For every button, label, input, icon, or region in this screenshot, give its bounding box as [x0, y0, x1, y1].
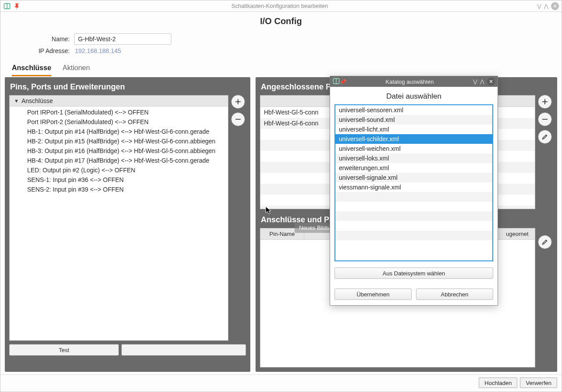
tree-item[interactable]: SENS-2: Input pin #39 <--> OFFEN — [10, 185, 228, 194]
file-row[interactable]: viessmann-signale.xml — [335, 182, 492, 192]
form-area: Name: IP Adresse: 192.168.188.145 — [0, 29, 562, 61]
file-list[interactable]: universell-sensoren.xmluniversell-sound.… — [334, 104, 493, 261]
catalog-dialog: 📌 Katalog auswählen ⋁ ⋀ ✕ Datei auswähle… — [330, 76, 498, 306]
tree-item[interactable]: LED: Output pin #2 (Logic) <--> OFFEN — [10, 165, 228, 175]
ip-label: IP Adresse: — [9, 47, 74, 54]
add-pin-button[interactable] — [231, 95, 245, 109]
tree-item[interactable]: SENS-1: Input pin #36 <--> OFFEN — [10, 175, 228, 185]
file-row[interactable]: universell-loks.xml — [335, 153, 492, 163]
page-heading: I/O Config — [0, 12, 562, 29]
test-button[interactable]: Test — [9, 344, 119, 356]
tree-item[interactable]: Port IRPort-2 (SerialModulated) <--> OFF… — [10, 117, 228, 127]
name-label: Name: — [9, 36, 74, 43]
tree-item[interactable]: HB-3: Output pin #16 (HalfBridge) <--> H… — [10, 146, 228, 156]
discard-button[interactable]: Verwerfen — [520, 378, 557, 388]
add-device-button[interactable] — [538, 95, 552, 109]
file-row[interactable]: universell-sensoren.xml — [335, 105, 492, 115]
file-row[interactable]: erweiterungen.xml — [335, 163, 492, 173]
dialog-min-icon[interactable]: ⋁ — [473, 78, 477, 85]
dialog-close-icon[interactable]: ✕ — [487, 78, 495, 86]
dialog-heading: Datei auswählen — [334, 92, 493, 101]
window-title: Schaltkasten-Konfiguration bearbeiten — [22, 3, 537, 9]
dialog-app-icon — [333, 78, 340, 86]
file-row[interactable]: universell-schilder.xml — [335, 134, 492, 144]
left-panel-title: Pins, Ports und Erweiterungen — [10, 82, 246, 92]
tree-item[interactable]: HB-1: Output pin #14 (HalfBridge) <--> H… — [10, 127, 228, 136]
ip-value: 192.168.188.145 — [74, 47, 121, 54]
minimize-icon[interactable]: ⋁ — [537, 3, 541, 9]
dialog-cancel-button[interactable]: Abbrechen — [416, 289, 493, 300]
tree-item[interactable]: HB-2: Output pin #15 (HalfBridge) <--> H… — [10, 136, 228, 146]
tree-item[interactable]: Port IRPort-1 (SerialModulated) <--> OFF… — [10, 107, 228, 117]
param-col-assigned: ugeornet — [500, 228, 535, 239]
tree-item[interactable]: HB-4: Output pin #17 (HalfBridge) <--> H… — [10, 156, 228, 165]
left-secondary-button[interactable] — [121, 344, 246, 356]
edit-param-button[interactable] — [538, 235, 552, 249]
file-row — [335, 202, 492, 211]
file-row[interactable]: universell-weichen.xml — [335, 144, 492, 153]
file-row — [335, 211, 492, 221]
dialog-title: Katalog auswählen — [346, 78, 473, 85]
main-titlebar: 📌 Schaltkasten-Konfiguration bearbeiten … — [0, 0, 562, 12]
tab-actions[interactable]: Aktionen — [63, 61, 90, 76]
dialog-titlebar: 📌 Katalog auswählen ⋁ ⋀ ✕ — [330, 76, 498, 87]
close-icon[interactable]: ✕ — [551, 2, 559, 10]
file-row — [335, 221, 492, 231]
file-row — [335, 231, 492, 240]
footer: Hochladen Verwerfen — [0, 374, 562, 392]
dialog-pin-icon[interactable]: 📌 — [340, 78, 346, 85]
remove-device-button[interactable] — [538, 112, 552, 126]
tab-bar: Anschlüsse Aktionen — [0, 61, 562, 76]
param-col-pin: Pin-Name — [260, 228, 304, 239]
file-row[interactable]: universell-signale.xml — [335, 173, 492, 182]
left-panel: Pins, Ports und Erweiterungen ▼ Anschlüs… — [5, 77, 250, 372]
remove-pin-button[interactable] — [231, 112, 245, 126]
pin-icon[interactable]: 📌 — [13, 2, 21, 10]
tree-header[interactable]: ▼ Anschlüsse — [10, 96, 228, 107]
pins-tree[interactable]: ▼ Anschlüsse Port IRPort-1 (SerialModula… — [9, 95, 228, 341]
file-row[interactable]: universell-licht.xml — [335, 125, 492, 134]
edit-device-button[interactable] — [538, 130, 552, 144]
dialog-max-icon[interactable]: ⋀ — [480, 78, 484, 85]
dialog-ok-button[interactable]: Übernehmen — [334, 289, 412, 300]
file-row — [335, 240, 492, 250]
tab-connections[interactable]: Anschlüsse — [12, 61, 51, 76]
file-row — [335, 192, 492, 202]
choose-filesystem-button[interactable]: Aus Dateisystem wählen — [334, 267, 493, 279]
file-row[interactable]: universell-sound.xml — [335, 115, 492, 125]
tree-header-label: Anschlüsse — [21, 97, 53, 104]
name-input[interactable] — [74, 33, 171, 45]
maximize-icon[interactable]: ⋀ — [544, 3, 548, 9]
collapse-icon[interactable]: ▼ — [14, 98, 19, 103]
app-icon — [3, 2, 11, 10]
upload-button[interactable]: Hochladen — [479, 378, 517, 388]
